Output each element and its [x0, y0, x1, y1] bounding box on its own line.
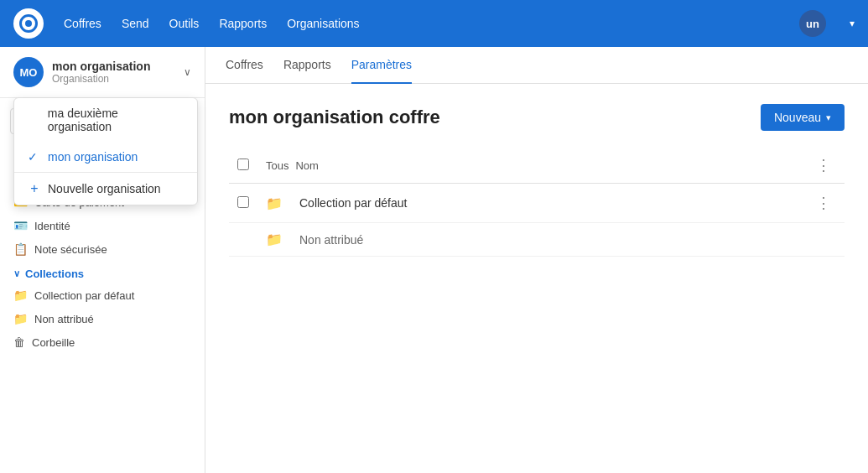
org-subtitle: Organisation — [52, 73, 175, 85]
dropdown-org1-label: mon organisation — [48, 150, 138, 164]
table-row: 📁 Non attribué — [229, 223, 845, 257]
sidebar: MO mon organisation Organisation ∨ ma de… — [0, 47, 205, 473]
header-all-label: Tous — [266, 159, 288, 172]
org-dropdown: ma deuxième organisation ✓ mon organisat… — [13, 97, 198, 205]
sidebar-collection-default-label: Collection par défaut — [34, 289, 134, 302]
main-layout: MO mon organisation Organisation ∨ ma de… — [0, 47, 868, 473]
new-org-label: Nouvelle organisation — [48, 182, 161, 195]
dropdown-item-org1[interactable]: ✓ mon organisation — [14, 142, 197, 172]
non-attribue-icon: 📁 — [13, 312, 28, 325]
sidebar-identite-label: Identité — [34, 220, 70, 232]
check-icon: ✓ — [28, 150, 41, 164]
folder-icon-1: 📁 — [266, 232, 283, 247]
row-check-cell — [229, 184, 257, 223]
org-header[interactable]: MO mon organisation Organisation ∨ — [0, 47, 205, 98]
row-name-cell-1[interactable]: Non attribué — [291, 223, 803, 257]
sidebar-note-label: Note sécurisée — [34, 243, 107, 256]
user-avatar[interactable]: un — [799, 10, 826, 37]
collections-label: Collections — [25, 268, 84, 280]
check-placeholder — [28, 113, 41, 127]
new-button-label: Nouveau — [774, 111, 821, 124]
vault-table: Tous Nom ⋮ — [229, 148, 845, 257]
nav-item-rapports[interactable]: Rapports — [219, 13, 267, 34]
col-header-check — [229, 148, 257, 184]
dropdown-org2-label: ma deuxième organisation — [48, 107, 184, 133]
content-title-row: mon organisation coffre Nouveau ▾ — [229, 104, 845, 131]
sidebar-item-note-securisee[interactable]: 📋 Note sécurisée — [0, 237, 205, 261]
collections-header[interactable]: ∨ Collections — [0, 261, 205, 283]
top-navigation: Coffres Send Outils Rapports Organisatio… — [0, 0, 868, 47]
sidebar-corbeille-label: Corbeille — [32, 336, 75, 349]
tab-rapports[interactable]: Rapports — [283, 47, 331, 84]
org-name: mon organisation — [52, 60, 175, 73]
collection-default-icon: 📁 — [13, 288, 28, 302]
row-actions-cell-0: ⋮ — [803, 184, 845, 223]
sidebar-item-corbeille[interactable]: 🗑 Corbeille — [0, 330, 205, 354]
sidebar-non-attribue-label: Non attribué — [34, 313, 94, 325]
header-name-label: Nom — [295, 159, 318, 172]
new-button[interactable]: Nouveau ▾ — [761, 104, 845, 131]
plus-icon: + — [28, 181, 41, 196]
new-button-chevron-icon: ▾ — [826, 112, 831, 123]
select-all-checkbox[interactable] — [237, 159, 249, 170]
user-menu-chevron[interactable]: ▾ — [850, 18, 855, 29]
content-body: mon organisation coffre Nouveau ▾ T — [205, 84, 868, 277]
main-content: Coffres Rapports Paramètres mon organisa… — [205, 47, 868, 473]
row-icon-cell-0: 📁 — [257, 184, 291, 223]
org-chevron-icon: ∨ — [184, 66, 191, 78]
identite-icon: 🪪 — [13, 219, 28, 232]
row-icon-cell-1: 📁 — [257, 223, 291, 257]
tab-coffres[interactable]: Coffres — [226, 47, 263, 84]
org-avatar: MO — [13, 57, 44, 87]
row-name-cell-0[interactable]: Collection par défaut — [291, 184, 803, 223]
table-header-row: Tous Nom ⋮ — [229, 148, 845, 184]
sidebar-item-collection-default[interactable]: 📁 Collection par défaut — [0, 283, 205, 307]
trash-icon: 🗑 — [13, 335, 25, 349]
nav-item-outils[interactable]: Outils — [169, 13, 200, 34]
row-checkbox-0[interactable] — [237, 196, 249, 208]
col-header-all: Tous Nom — [257, 148, 803, 184]
app-logo[interactable] — [13, 8, 44, 39]
tab-parametres[interactable]: Paramètres — [351, 47, 412, 84]
folder-icon-0: 📁 — [266, 196, 283, 211]
table-header-more-button[interactable]: ⋮ — [811, 154, 836, 176]
col-header-actions: ⋮ — [803, 148, 845, 184]
nav-item-coffres[interactable]: Coffres — [64, 13, 101, 34]
dropdown-item-org2[interactable]: ma deuxième organisation — [14, 98, 197, 142]
sidebar-item-non-attribue[interactable]: 📁 Non attribué — [0, 307, 205, 330]
collections-chevron-icon: ∨ — [13, 268, 20, 279]
nav-item-send[interactable]: Send — [122, 13, 149, 34]
sidebar-item-identite[interactable]: 🪪 Identité — [0, 214, 205, 237]
new-org-item[interactable]: + Nouvelle organisation — [14, 173, 197, 205]
org-info: mon organisation Organisation — [52, 60, 175, 85]
note-securisee-icon: 📋 — [13, 242, 28, 256]
page-title: mon organisation coffre — [229, 107, 440, 128]
row-check-cell-1 — [229, 223, 257, 257]
nav-item-organisations[interactable]: Organisations — [287, 13, 359, 34]
table-row: 📁 Collection par défaut ⋮ — [229, 184, 845, 223]
content-sub-nav: Coffres Rapports Paramètres — [205, 47, 868, 84]
row-more-button-0[interactable]: ⋮ — [811, 192, 836, 214]
row-actions-cell-1 — [803, 223, 845, 257]
